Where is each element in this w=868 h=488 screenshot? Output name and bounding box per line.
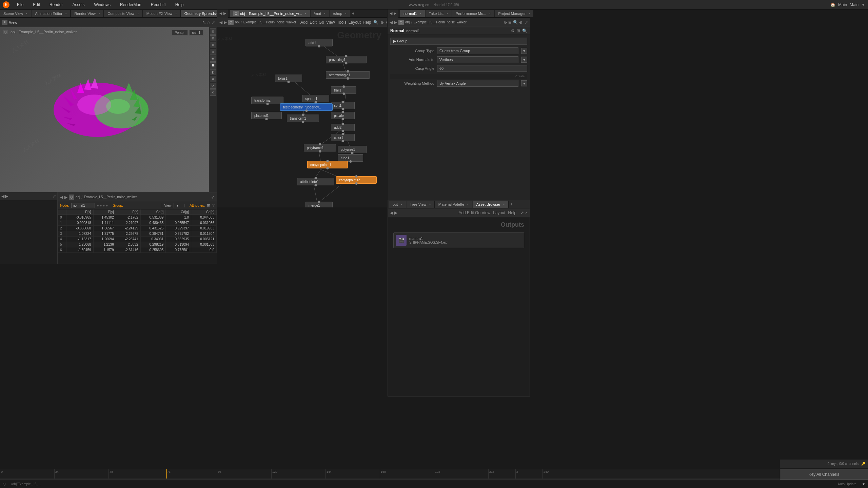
persp-button[interactable]: Persp-	[172, 30, 188, 36]
node-zoom-out-icon[interactable]: ⊖	[386, 20, 387, 25]
tab-mid-perlin[interactable]: ⬡ obj / Example_I.5__Perlin_noise_w... ×	[230, 10, 310, 17]
br-tab-out-close[interactable]: ×	[400, 203, 402, 206]
tab-scene-view-close[interactable]: ×	[26, 12, 27, 15]
node-polyframe1[interactable]: polyframe1	[304, 144, 336, 151]
node-search-icon[interactable]: 🔍	[373, 20, 378, 25]
tab-animation-editor[interactable]: Animation Editor ×	[32, 10, 71, 17]
props-input-group-type[interactable]	[437, 47, 518, 54]
menu-windows[interactable]: Windows	[92, 2, 113, 8]
br-toolbar-layout[interactable]: Layout	[493, 210, 505, 215]
ss-back-icon[interactable]: ◀	[60, 195, 63, 200]
viewport-home-icon[interactable]: ⌂	[208, 20, 210, 25]
props-icon-3[interactable]: 🔍	[522, 28, 527, 33]
br-nav-forward[interactable]: ▶	[394, 210, 397, 215]
br-expand-icon[interactable]: ⤢	[520, 210, 524, 215]
tab-mid-mat-close[interactable]: ×	[324, 12, 326, 15]
tab-composite-view[interactable]: Composite View ×	[104, 10, 143, 17]
tab-motion-fx[interactable]: Motion FX View ×	[143, 10, 181, 17]
output-node-mantra1[interactable]: 🎬 mantra1 SHIPNAME:SOS:SF4.exr	[393, 232, 524, 248]
ss-node-input[interactable]	[71, 203, 95, 208]
props-icon-2[interactable]: ⊞	[517, 28, 520, 33]
tab-performance-monitor-close[interactable]: ×	[489, 12, 491, 15]
node-copytopoints2[interactable]: copytopoints2	[336, 176, 377, 184]
node-toolbar-view[interactable]: View	[326, 20, 335, 25]
node-toolbar-layout[interactable]: Layout	[349, 20, 361, 25]
auto-update-toggle[interactable]: ▼	[862, 482, 865, 486]
vp-toolbar-icon-3[interactable]: ≡	[210, 42, 216, 48]
ss-col-px[interactable]: P[x]	[66, 209, 93, 215]
menu-file[interactable]: File	[15, 2, 25, 8]
menu-help[interactable]: Help	[173, 2, 186, 8]
vp-toolbar-icon-7[interactable]: ◧	[210, 69, 216, 75]
bl-forward-icon[interactable]: ▶	[5, 194, 8, 199]
node-content-area[interactable]: Geometry 人人素材 人人素材 add1	[217, 27, 387, 207]
menu-render[interactable]: Render	[47, 2, 65, 8]
props-nav-forward[interactable]: ▶	[394, 20, 397, 25]
node-merge1[interactable]: merge1	[305, 202, 333, 207]
ss-expand-icon[interactable]: ⤢	[211, 195, 215, 200]
node-attribwrangle1[interactable]: attribwrangle1	[326, 71, 370, 79]
tab-mid-close-1[interactable]: ×	[304, 12, 306, 15]
tab-take-list[interactable]: Take List ×	[426, 10, 452, 17]
tab-project-manager[interactable]: Project Manager ×	[495, 10, 534, 17]
node-toolbar-add[interactable]: Add	[300, 20, 308, 25]
ss-table-container[interactable]: P[x] P[y] P[z] Cd[r] Cd[g] Cd[b] 0-0.810…	[58, 209, 217, 253]
br-tab-asset-browser[interactable]: Asset Browser ×	[473, 201, 508, 208]
tab-right-normal-close[interactable]: ×	[420, 12, 421, 15]
br-tab-add[interactable]: +	[509, 202, 514, 207]
br-tab-asset-browser-close[interactable]: ×	[503, 203, 505, 206]
node-polywire1[interactable]: polywire1	[338, 146, 367, 153]
vp-toolbar-icon-4[interactable]: ◈	[210, 49, 216, 55]
tab-render-view-close[interactable]: ×	[98, 12, 100, 15]
props-expand-icon[interactable]: ⤢	[525, 20, 528, 25]
br-tab-tree-view[interactable]: Tree View ×	[407, 201, 435, 208]
path-forward-icon[interactable]: ▶	[223, 11, 226, 16]
props-icon-1[interactable]: ⚙	[511, 28, 515, 33]
node-sphere1[interactable]: sphere1	[302, 95, 329, 102]
path-back-icon[interactable]: ◀	[219, 11, 222, 16]
node-attribdelete1[interactable]: attribdelete1	[297, 178, 334, 185]
props-section-group[interactable]: ▶ Group	[390, 38, 527, 45]
vp-toolbar-icon-5[interactable]: ◉	[210, 56, 216, 62]
tab-scene-view[interactable]: Scene View ×	[0, 10, 31, 17]
node-platonicl1[interactable]: platonicl1	[251, 112, 282, 119]
path-back-right-icon[interactable]: ◀	[390, 11, 392, 16]
viewport-content[interactable]: 人人素材 人人素材 人人素材 人人素材	[0, 27, 217, 192]
tab-mid-shop[interactable]: /shop ×	[330, 10, 350, 17]
vp-toolbar-icon-10[interactable]: ⟲	[210, 89, 216, 96]
node-tube1[interactable]: tube1	[338, 154, 363, 162]
props-btn-group-type[interactable]: ▼	[521, 48, 527, 54]
vp-toolbar-icon-2[interactable]: ⊟	[210, 35, 216, 41]
viewport-menu-icon[interactable]: ≡	[2, 20, 7, 25]
tab-mid-shop-close[interactable]: ×	[345, 12, 347, 15]
br-tab-tree-close[interactable]: ×	[429, 203, 431, 206]
path-forward-right-icon[interactable]: ▶	[394, 11, 396, 16]
node-testgeom[interactable]: testgeometry_rubbertoy1	[280, 103, 333, 111]
tab-project-manager-close[interactable]: ×	[528, 12, 530, 15]
ss-col-pz[interactable]: P[z]	[116, 209, 140, 215]
ss-view-button[interactable]: View	[162, 203, 174, 208]
menu-edit[interactable]: Edit	[31, 2, 42, 8]
tab-render-view[interactable]: Render View ×	[71, 10, 104, 17]
tab-take-list-close[interactable]: ×	[446, 12, 448, 15]
props-input-add-normals[interactable]	[437, 56, 518, 63]
tab-composite-view-close[interactable]: ×	[137, 12, 139, 15]
vp-toolbar-icon-6[interactable]: 🔲	[210, 62, 216, 68]
node-torus1[interactable]: torus1	[275, 75, 302, 82]
node-trail1[interactable]: trail1	[331, 86, 356, 94]
node-transform2[interactable]: transform2	[251, 97, 283, 104]
ss-col-py[interactable]: P[y]	[93, 209, 116, 215]
vp-toolbar-icon-1[interactable]: ⊞	[210, 28, 216, 35]
props-input-cusp-angle[interactable]	[437, 65, 527, 72]
br-tab-material-palette[interactable]: Material Palette ×	[435, 201, 473, 208]
ss-attrs-icon[interactable]: ⊞	[207, 203, 210, 208]
br-close-icon[interactable]: ×	[525, 210, 528, 215]
viewport-nav-icon[interactable]: ↖	[202, 20, 206, 25]
bl-back-icon[interactable]: ◀	[1, 194, 4, 199]
node-transform1[interactable]: transform1	[287, 115, 319, 122]
node-add2[interactable]: add2	[331, 124, 355, 131]
menu-renderman[interactable]: RenderMan	[118, 2, 143, 8]
node-zoom-in-icon[interactable]: ⊕	[380, 20, 384, 25]
props-input-weighting[interactable]	[437, 80, 518, 87]
br-nav-back[interactable]: ◀	[390, 210, 393, 215]
